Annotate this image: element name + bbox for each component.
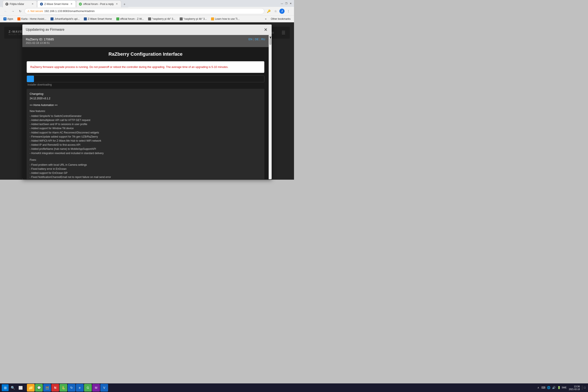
tab-favicon-2: Z: [40, 2, 43, 6]
razberry-content: RaZberry Configuration Interface RaZberr…: [22, 47, 269, 179]
tab-favicon-1: F: [5, 2, 8, 6]
address-text: 192.168.1.133:8083/smarthome/#/admin: [44, 10, 94, 13]
lang-de[interactable]: DE: [255, 38, 259, 41]
changelog-section-home: == Home Automation ==: [30, 103, 261, 107]
razberry-date: 2021-02-18 13:36:51: [26, 42, 54, 44]
tab-label-3: official forum - Post a reply: [83, 2, 114, 6]
bookmark-label-apps: Apps: [7, 18, 13, 20]
changelog-box: Changelog: 24.12.2020 v3.1.2 == Home Aut…: [27, 89, 264, 180]
other-bookmarks[interactable]: Other bookmarks: [269, 17, 292, 21]
firmware-modal: Uppdatering av Firmware ✕ RaZberry ID: 1…: [22, 24, 272, 179]
bookmark-zwave[interactable]: Z-Wave Smart Home: [82, 17, 114, 21]
tab-close-2[interactable]: ✕: [70, 2, 73, 6]
tab-close-3[interactable]: ✕: [115, 2, 118, 6]
fix-3: - Added support for EnOcean GP: [30, 171, 261, 175]
fix-1: - Fixed problem with local URL in Camera…: [30, 163, 261, 167]
progress-label: Installer downloading: [27, 83, 264, 86]
feature-7: - Added WiFiCli API for Z-Wave.Me Hub to…: [30, 139, 261, 143]
tab-zwave-home[interactable]: Z Z-Wave Smart Home ✕: [37, 0, 76, 7]
lang-en[interactable]: EN: [248, 38, 252, 41]
tab-label-2: Z-Wave Smart Home: [44, 2, 68, 6]
scrollbar[interactable]: ▲ ▼: [269, 35, 272, 179]
not-secure-icon: ⚠: [27, 10, 30, 13]
razberry-id-container: RaZberry ID: 170685 2021-02-18 13:36:51: [26, 38, 54, 44]
window-controls: — ❐ ✕: [280, 2, 292, 5]
changelog-title: Changelog:: [30, 92, 261, 96]
lang-sep-1: |: [253, 38, 254, 41]
warning-box: RaZberry firmware upgrade process is run…: [27, 61, 264, 73]
lang-ru[interactable]: RU: [261, 38, 265, 41]
razberry-inner-title: RaZberry Configuration Interface: [27, 51, 264, 57]
feature-4: - Added support for Window Tilt device: [30, 126, 261, 130]
feature-2: - Added demultiplexer API call for HTTP …: [30, 118, 261, 122]
scroll-thumb[interactable]: [269, 38, 272, 45]
progress-bar-container: Installer downloading: [27, 76, 264, 86]
feature-10: - HomeKit integration reworked and inclu…: [30, 151, 261, 156]
browser-chrome: F Följda trådar ✕ Z Z-Wave Smart Home ✕ …: [0, 0, 294, 22]
features-list: - Added SimpleAV to SwitchControlGenerat…: [30, 114, 261, 156]
bookmark-label-zwave: Z-Wave Smart Home: [88, 18, 112, 20]
profile-avatar[interactable]: J: [280, 8, 284, 14]
modal-overlay: Uppdatering av Firmware ✕ RaZberry ID: 1…: [0, 22, 294, 180]
bookmark-johan[interactable]: JohanKarlquist's upl...: [49, 17, 81, 21]
bookmark-rpi1[interactable]: "raspberry pi 4b" 3...: [146, 17, 177, 21]
feature-9: - Added profileName (hub name) to Mobile…: [30, 147, 261, 151]
warning-text: RaZberry firmware upgrade process is run…: [30, 65, 261, 69]
bookmark-apps[interactable]: ⊞ Apps: [2, 17, 15, 21]
razberry-header: RaZberry ID: 170685 2021-02-18 13:36:51 …: [22, 35, 269, 47]
close-button[interactable]: ✕: [289, 2, 292, 5]
minimize-button[interactable]: —: [280, 2, 284, 5]
modal-body: RaZberry ID: 170685 2021-02-18 13:36:51 …: [22, 35, 272, 179]
bookmarks-bar: ⊞ Apps Karta - Home Assist... JohanKarlq…: [0, 16, 294, 22]
modal-close-button[interactable]: ✕: [263, 27, 268, 32]
bookmark-label-karta: Karta - Home Assist...: [21, 18, 46, 20]
bookmark-label-ti: Learn how to use Ti...: [215, 18, 240, 20]
bookmark-favicon-apps: ⊞: [4, 18, 6, 20]
bookmark-label-rpi2: "raspberry pi 4b" 3...: [184, 18, 207, 20]
tab-close-1[interactable]: ✕: [31, 2, 34, 6]
menu-button[interactable]: ⋮: [286, 8, 292, 14]
toolbar-right: 🔑 ☆ J ⋮: [266, 8, 292, 14]
modal-title: Uppdatering av Firmware: [26, 28, 64, 32]
new-features-label: New features:: [30, 109, 261, 113]
address-bar: ← → ↻ ⚠ Not secure 192.168.1.133:8083/sm…: [0, 7, 294, 16]
bookmark-forum[interactable]: official forum - Z-W...: [114, 17, 146, 21]
progress-bar-track: [27, 76, 264, 82]
feature-6: - FirmwareUpdate added support for 7th g…: [30, 135, 261, 139]
feature-8: - Added IP and RemoteID to first-access …: [30, 143, 261, 147]
bookmark-label-rpi1: "raspberry pi 4b" 3...: [152, 18, 175, 20]
tab-forum[interactable]: O official forum - Post a reply ✕: [76, 0, 121, 7]
maximize-button[interactable]: ❐: [284, 2, 288, 5]
bookmark-ti[interactable]: Learn how to use Ti...: [209, 17, 241, 21]
lang-sep-2: |: [260, 38, 260, 41]
feature-1: - Added SimpleAV to SwitchControlGenerat…: [30, 114, 261, 118]
bookmark-favicon-rpi2: [180, 18, 183, 20]
more-bookmarks[interactable]: »: [263, 17, 268, 21]
bookmark-favicon-rpi1: [148, 18, 151, 20]
address-input[interactable]: ⚠ Not secure 192.168.1.133:8083/smarthom…: [24, 8, 264, 14]
forward-button[interactable]: →: [10, 8, 16, 14]
back-button[interactable]: ←: [2, 8, 8, 14]
bookmark-rpi2[interactable]: "raspberry pi 4b" 3...: [178, 17, 209, 21]
bookmark-karta[interactable]: Karta - Home Assist...: [16, 17, 48, 21]
modal-scroll-content[interactable]: RaZberry ID: 170685 2021-02-18 13:36:51 …: [22, 35, 269, 179]
tabs-bar: F Följda trådar ✕ Z Z-Wave Smart Home ✕ …: [2, 0, 128, 7]
razberry-id: RaZberry ID: 170685: [26, 38, 54, 41]
bookmark-favicon-zwave: [84, 18, 87, 20]
title-bar: F Följda trådar ✕ Z Z-Wave Smart Home ✕ …: [0, 0, 294, 7]
scroll-up-arrow[interactable]: ▲: [269, 36, 272, 38]
new-tab-button[interactable]: +: [122, 1, 128, 7]
not-secure-label: Not secure: [30, 10, 43, 13]
feature-5: - Added support for Alarm AC Reconnect/D…: [30, 131, 261, 135]
fix-4: - Fixed NotificationChannelEmail not to …: [30, 175, 261, 179]
feature-3: - Added lastSeen and IP to sessions in u…: [30, 122, 261, 126]
tab-followed-threads[interactable]: F Följda trådar ✕: [2, 0, 37, 7]
reload-button[interactable]: ↻: [17, 8, 23, 14]
bookmark-star-icon[interactable]: ☆: [272, 8, 278, 14]
bookmark-label-johan: JohanKarlquist's upl...: [54, 18, 80, 20]
fixes-label: Fixes:: [30, 158, 261, 162]
language-links: EN | DE | RU: [248, 38, 265, 41]
bookmark-favicon-karta: [18, 18, 20, 20]
key-icon[interactable]: 🔑: [266, 8, 272, 14]
modal-header: Uppdatering av Firmware ✕: [22, 24, 272, 35]
